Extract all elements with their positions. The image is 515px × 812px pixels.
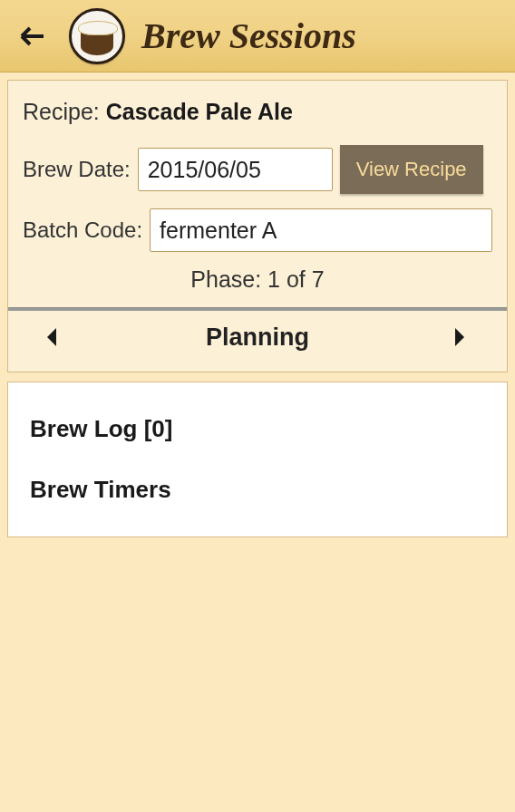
brew-date-input[interactable] [138,148,333,191]
app-logo [69,8,125,64]
brew-timers-item[interactable]: Brew Timers [8,459,507,520]
batch-code-input[interactable] [150,208,492,252]
view-recipe-button[interactable]: View Recipe [340,145,483,194]
page-title: Brew Sessions [141,14,356,57]
caret-right-icon [451,326,467,348]
brew-log-item[interactable]: Brew Log [0] [8,399,507,459]
caret-left-icon [44,326,61,348]
batch-code-row: Batch Code: [23,208,492,252]
recipe-label: Recipe: [23,99,100,124]
phase-next-button[interactable] [451,326,471,350]
back-arrow-icon [16,20,49,53]
brew-date-row: Brew Date: View Recipe [23,145,492,194]
back-button[interactable] [13,16,53,56]
session-card: Recipe: Cascade Pale Ale Brew Date: View… [7,80,508,372]
session-list-card: Brew Log [0] Brew Timers [7,382,508,537]
recipe-name: Cascade Pale Ale [106,99,293,124]
phase-nav: Planning [23,311,492,361]
content-area: Recipe: Cascade Pale Ale Brew Date: View… [0,72,515,545]
batch-code-label: Batch Code: [23,218,142,243]
brew-date-label: Brew Date: [23,157,131,182]
phase-count-label: Phase: 1 of 7 [23,266,492,293]
phase-prev-button[interactable] [44,326,64,350]
app-header: Brew Sessions [0,0,515,72]
recipe-row: Recipe: Cascade Pale Ale [23,99,492,125]
phase-name: Planning [206,324,309,352]
